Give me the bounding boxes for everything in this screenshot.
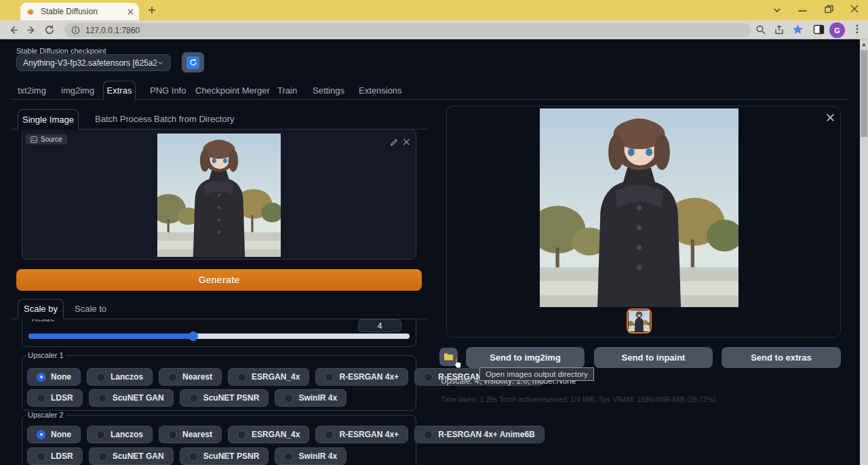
send-to-img2img-button[interactable]: Send to img2img [466, 347, 585, 368]
radio-icon [168, 373, 177, 382]
tab-scale-to[interactable]: Scale to [75, 304, 106, 314]
upscaler2-option-resrgan-anime6b[interactable]: R-ESRGAN 4x+ Anime6B [414, 426, 545, 443]
radio-icon [96, 430, 105, 439]
close-window-button[interactable] [850, 5, 859, 13]
browser-tab[interactable]: Stable Diffusion [20, 3, 139, 20]
screen: Stable Diffusion 127.0.0.1:7860 [0, 0, 868, 465]
upscaler1-label: Upscaler 1 [26, 351, 66, 359]
upscaler2-option-esrgan4x[interactable]: ESRGAN_4x [228, 426, 309, 443]
browser-tab-title: Stable Diffusion [41, 7, 122, 16]
send-to-inpaint-button[interactable]: Send to inpaint [594, 347, 713, 368]
bookmark-star-icon[interactable] [792, 24, 804, 35]
resize-slider-track[interactable] [28, 333, 410, 339]
upscaler1-option-none[interactable]: None [27, 368, 81, 386]
send-to-extras-button[interactable]: Send to extras [722, 347, 841, 368]
upscaler1-option-nearest[interactable]: Nearest [159, 368, 222, 386]
upscaler2-option-none[interactable]: None [27, 426, 81, 443]
clear-image-icon[interactable] [403, 138, 410, 146]
upscaler2-option-ldsr[interactable]: LDSR [27, 447, 83, 465]
upscaler1-option-resrgan4x[interactable]: R-ESRGAN 4x+ [315, 368, 408, 386]
upscaler2-option-scunet-psnr[interactable]: ScuNET PSNR [180, 447, 269, 465]
scrollbar-up-arrow[interactable] [862, 43, 866, 46]
forward-button[interactable] [26, 25, 37, 35]
scrollbar-thumb[interactable] [861, 50, 867, 137]
tab-scale-by[interactable]: Scale by [18, 299, 64, 319]
radio-icon [237, 430, 246, 439]
chip-label: SwinIR 4x [298, 393, 337, 403]
upscaler2-option-nearest[interactable]: Nearest [159, 426, 222, 443]
upscaler1-option-swinir4x[interactable]: SwinIR 4x [275, 389, 347, 407]
radio-icon [168, 430, 177, 439]
radio-icon [325, 373, 334, 382]
upscaler1-option-scunet-psnr[interactable]: ScuNET PSNR [180, 389, 269, 407]
resize-value: 4 [378, 321, 382, 331]
generate-label: Generate [199, 275, 240, 285]
upscaler2-option-scunet-gan[interactable]: ScuNET GAN [89, 447, 174, 465]
resize-value-input[interactable]: 4 [358, 319, 401, 332]
mouse-cursor [452, 357, 463, 371]
chip-label: LDSR [51, 451, 73, 461]
checkpoint-dropdown[interactable]: Anything-V3-fp32.safetensors [625a2ba2] [16, 54, 171, 71]
browser-menu-icon[interactable] [852, 24, 862, 35]
tab-search-chevron-icon[interactable] [772, 5, 782, 15]
tab-checkpoint-merger[interactable]: Checkpoint Merger [195, 85, 270, 96]
side-panel-icon[interactable] [813, 24, 825, 35]
radio-icon [37, 452, 45, 461]
refresh-checkpoints-button[interactable] [182, 52, 204, 73]
upscaler2-option-lanczos[interactable]: Lanczos [87, 426, 153, 443]
tab-settings[interactable]: Settings [313, 85, 344, 96]
reload-button[interactable] [44, 24, 55, 35]
back-button[interactable] [8, 25, 18, 35]
tab-extras[interactable]: Extras [103, 81, 136, 100]
upscaler1-option-esrgan4x[interactable]: ESRGAN_4x [228, 368, 309, 386]
chip-label: SwinIR 4x [298, 451, 337, 461]
upscaler2-option-resrgan4x[interactable]: R-ESRGAN 4x+ [315, 426, 408, 443]
gradio-favicon [26, 7, 35, 16]
upscaler1-option-lanczos[interactable]: Lanczos [87, 368, 153, 386]
share-icon[interactable] [774, 24, 785, 35]
chip-label: Lanczos [111, 430, 143, 439]
source-label: Source [41, 136, 62, 143]
tab-train[interactable]: Train [277, 85, 297, 96]
radio-icon [325, 430, 334, 439]
resize-panel [22, 319, 416, 347]
tab-img2img[interactable]: img2img [61, 85, 94, 96]
generate-button[interactable]: Generate [16, 269, 422, 291]
site-info-icon[interactable] [71, 26, 80, 35]
radio-icon [284, 394, 293, 403]
send-to-extras-label: Send to extras [751, 352, 812, 363]
result-image[interactable] [540, 108, 738, 307]
address-bar[interactable]: 127.0.0.1:7860 [64, 23, 751, 37]
upscaler1-option-scunet-gan[interactable]: ScuNET GAN [89, 389, 174, 407]
resize-slider-handle[interactable] [189, 331, 198, 341]
radio-selected-icon [37, 430, 45, 439]
maximize-button[interactable] [825, 5, 833, 14]
gallery-thumbnail[interactable] [627, 308, 652, 333]
send-to-inpaint-label: Send to inpaint [622, 352, 686, 363]
edit-image-icon[interactable] [390, 138, 398, 146]
source-image[interactable] [157, 134, 281, 257]
image-icon [31, 136, 37, 143]
upscaler2-label: Upscaler 2 [26, 411, 66, 419]
radio-icon [237, 373, 246, 382]
tab-close-icon[interactable] [127, 9, 134, 15]
tab-batch-process[interactable]: Batch Process [95, 114, 152, 124]
tab-extensions[interactable]: Extensions [359, 85, 402, 96]
chip-label: R-ESRGAN 4x+ Anime6B [438, 430, 535, 439]
profile-avatar[interactable]: G [829, 22, 845, 38]
upscaler2-option-swinir4x[interactable]: SwinIR 4x [275, 447, 347, 465]
upscaler1-option-ldsr[interactable]: LDSR [27, 389, 83, 407]
minimize-button[interactable] [798, 9, 806, 12]
tab-batch-from-directory[interactable]: Batch from Directory [154, 114, 234, 124]
tab-png-info[interactable]: PNG Info [150, 85, 186, 96]
send-to-img2img-label: Send to img2img [490, 352, 561, 363]
gallery-close-icon[interactable] [826, 113, 835, 122]
new-tab-button[interactable] [148, 6, 156, 14]
refresh-icon [186, 56, 199, 69]
tab-txt2img[interactable]: txt2img [18, 85, 46, 96]
chip-label: ESRGAN_4x [252, 430, 300, 439]
zoom-icon[interactable] [755, 24, 766, 35]
tab-single-image[interactable]: Single Image [18, 109, 79, 130]
checkpoint-value: Anything-V3-fp32.safetensors [625a2ba2] [23, 58, 157, 68]
radio-icon [98, 394, 107, 403]
